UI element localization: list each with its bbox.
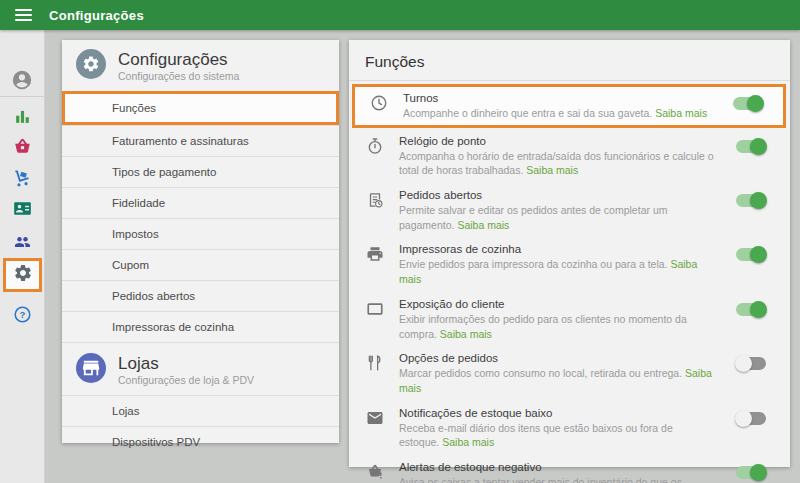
learn-more-link[interactable]: Saiba mais	[442, 436, 494, 448]
settings-nav-item[interactable]: Funções	[62, 91, 339, 125]
avatar-icon	[11, 69, 33, 95]
feature-title: Opções de pedidos	[399, 352, 715, 364]
settings-nav-item[interactable]: Cupom	[62, 249, 339, 280]
settings-nav-item[interactable]: Impressoras de cozinha	[62, 311, 339, 342]
feature-row: Exposição do clienteExibir informações d…	[349, 292, 790, 346]
learn-more-link[interactable]: Saiba mais	[440, 328, 492, 340]
settings-nav-list: FunçõesFaturamento e assinaturasTipos de…	[62, 91, 339, 342]
icon-sidebar: ?	[0, 30, 45, 483]
feature-description: Acompanha o horário de entrada/saída dos…	[399, 149, 715, 178]
feature-title: Impressoras de cozinha	[399, 243, 715, 255]
toggle-knob	[750, 138, 767, 155]
feature-description: Receba e-mail diário dos itens que estão…	[399, 421, 715, 450]
feature-text: Impressoras de cozinhaEnvie pedidos para…	[399, 243, 721, 286]
settings-nav-panel: Configurações Configurações do sistema F…	[62, 40, 339, 443]
feature-description-text: Marcar pedidos como consumo no local, re…	[399, 367, 682, 379]
feature-text: Opções de pedidosMarcar pedidos como con…	[399, 352, 721, 395]
sidebar-item[interactable]	[0, 69, 44, 95]
sidebar-divider	[0, 96, 44, 97]
stores-nav-list: LojasDispositivos PDV	[62, 395, 339, 457]
gear-circle-icon	[76, 49, 106, 83]
feature-text: Relógio de pontoAcompanha o horário de e…	[399, 135, 721, 178]
handtruck-icon	[13, 169, 32, 192]
toggle-knob	[735, 355, 752, 372]
feature-row: Impressoras de cozinhaEnvie pedidos para…	[349, 237, 790, 291]
feature-toggle[interactable]	[736, 194, 766, 207]
svg-text:?: ?	[19, 309, 25, 320]
feature-title: Pedidos abertos	[399, 189, 715, 201]
stores-section-header: Lojas Configurações de loja & PDV	[62, 342, 339, 395]
toggle-knob	[750, 192, 767, 209]
sidebar-item[interactable]	[0, 169, 44, 192]
sidebar-item[interactable]	[0, 137, 44, 160]
envelope-icon	[366, 409, 384, 427]
top-app-bar: Configurações	[0, 0, 800, 30]
nav-item-label: Dispositivos PDV	[112, 436, 200, 448]
nav-item-label: Pedidos abertos	[112, 290, 195, 302]
open-orders-icon	[366, 191, 384, 209]
clock-icon	[370, 94, 388, 112]
sidebar-item[interactable]	[0, 232, 44, 255]
settings-nav-item[interactable]: Dispositivos PDV	[62, 426, 339, 457]
feature-text: TurnosAcompanhe o dinheiro que entra e s…	[403, 92, 718, 121]
feature-description-text: Envie pedidos para impressora da cozinha…	[399, 258, 668, 270]
sidebar-item[interactable]: ?	[0, 305, 44, 328]
contact-card-icon	[13, 199, 32, 222]
learn-more-link[interactable]: Saiba mais	[457, 219, 509, 231]
sidebar-item-settings-active[interactable]	[3, 258, 42, 292]
feature-row: Relógio de pontoAcompanha o horário de e…	[349, 129, 790, 183]
sidebar-item[interactable]	[0, 107, 44, 130]
feature-row: Alertas de estoque negativoAvisa os caix…	[349, 455, 790, 483]
feature-toggle[interactable]	[736, 412, 766, 425]
stopwatch-icon	[366, 137, 384, 155]
help-icon: ?	[13, 305, 32, 328]
feature-description: Marcar pedidos como consumo no local, re…	[399, 366, 715, 395]
feature-description: Avisa os caixas a tentar vender mais do …	[399, 475, 715, 483]
toggle-knob	[750, 246, 767, 263]
feature-text: Notificações de estoque baixoReceba e-ma…	[399, 407, 721, 450]
nav-item-label: Faturamento e assinaturas	[112, 135, 249, 147]
hamburger-menu-icon[interactable]	[15, 9, 32, 21]
feature-title: Notificações de estoque baixo	[399, 407, 715, 419]
stores-section-title: Lojas	[118, 354, 254, 374]
settings-nav-item[interactable]: Lojas	[62, 395, 339, 426]
features-panel-title: Funções	[349, 40, 790, 81]
feature-description: Envie pedidos para impressora da cozinha…	[399, 257, 715, 286]
feature-toggle[interactable]	[733, 97, 763, 110]
toggle-knob	[735, 410, 752, 427]
feature-description-text: Acompanhe o dinheiro que entra e sai da …	[403, 107, 652, 119]
people-icon	[13, 232, 32, 255]
utensils-icon	[366, 354, 384, 372]
store-circle-icon	[76, 353, 106, 387]
feature-description: Exibir informações do pedido para os cli…	[399, 312, 715, 341]
nav-item-label: Fidelidade	[112, 197, 165, 209]
feature-toggle[interactable]	[736, 140, 766, 153]
feature-title: Turnos	[403, 92, 712, 104]
feature-text: Exposição do clienteExibir informações d…	[399, 298, 721, 341]
feature-description: Permite salvar e editar os pedidos antes…	[399, 203, 715, 232]
settings-nav-item[interactable]: Tipos de pagamento	[62, 156, 339, 187]
feature-title: Alertas de estoque negativo	[399, 461, 715, 473]
feature-toggle[interactable]	[736, 248, 766, 261]
feature-toggle[interactable]	[736, 466, 766, 479]
printer-icon	[366, 245, 384, 263]
nav-item-label: Impostos	[112, 228, 159, 240]
nav-item-label: Funções	[112, 102, 156, 114]
feature-row: Opções de pedidosMarcar pedidos como con…	[349, 346, 790, 400]
feature-toggle[interactable]	[736, 357, 766, 370]
settings-nav-item[interactable]: Faturamento e assinaturas	[62, 125, 339, 156]
feature-row: TurnosAcompanhe o dinheiro que entra e s…	[352, 84, 786, 128]
settings-nav-item[interactable]: Pedidos abertos	[62, 280, 339, 311]
feature-row: Pedidos abertosPermite salvar e editar o…	[349, 183, 790, 237]
nav-item-label: Cupom	[112, 259, 149, 271]
settings-nav-item[interactable]: Impostos	[62, 218, 339, 249]
feature-row: Notificações de estoque baixoReceba e-ma…	[349, 401, 790, 455]
nav-item-label: Tipos de pagamento	[112, 166, 216, 178]
sidebar-item[interactable]	[0, 199, 44, 222]
feature-toggle[interactable]	[736, 303, 766, 316]
feature-title: Relógio de ponto	[399, 135, 715, 147]
feature-description: Acompanhe o dinheiro que entra e sai da …	[403, 106, 712, 121]
learn-more-link[interactable]: Saiba mais	[526, 164, 578, 176]
settings-nav-item[interactable]: Fidelidade	[62, 187, 339, 218]
learn-more-link[interactable]: Saiba mais	[655, 107, 707, 119]
